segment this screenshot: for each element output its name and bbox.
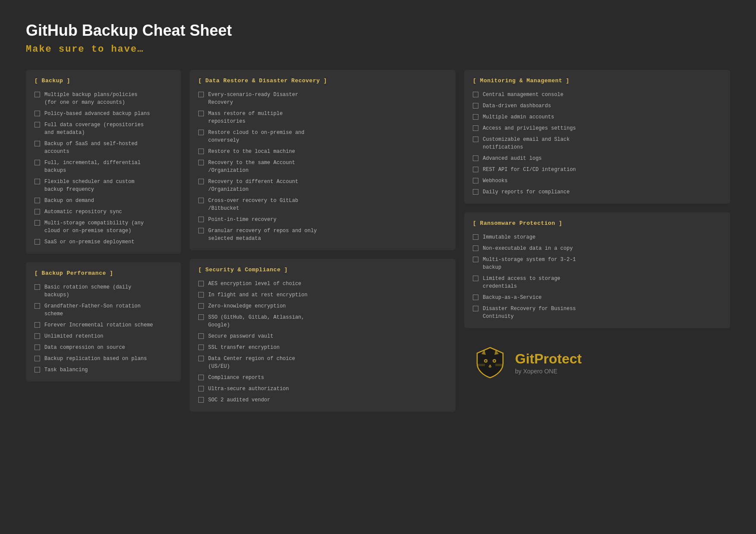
checkbox-icon[interactable] — [34, 111, 40, 116]
list-item: SSO (GitHub, GitLab, Atlassian, Google) — [198, 314, 447, 329]
checkbox-icon[interactable] — [198, 356, 204, 361]
checkbox-icon[interactable] — [473, 114, 478, 120]
checkbox-icon[interactable] — [34, 303, 40, 309]
checkbox-icon[interactable] — [34, 122, 40, 127]
checkbox-icon[interactable] — [34, 367, 40, 373]
checkbox-icon[interactable] — [473, 245, 478, 251]
checkbox-icon[interactable] — [473, 125, 478, 131]
list-item: Unlimited retention — [34, 332, 172, 340]
list-item-text: Multiple admin accounts — [483, 113, 554, 121]
list-item: Backup of SaaS and self-hosted accounts — [34, 140, 172, 155]
checkbox-icon[interactable] — [34, 345, 40, 350]
list-item-text: Multiple backup plans/policies (for one … — [44, 91, 137, 106]
checkbox-icon[interactable] — [473, 276, 478, 281]
checkbox-icon[interactable] — [198, 92, 204, 97]
checkbox-icon[interactable] — [198, 149, 204, 154]
checkbox-icon[interactable] — [34, 322, 40, 328]
checkbox-icon[interactable] — [473, 295, 478, 300]
list-item-text: Secure password vault — [208, 332, 273, 340]
checkbox-icon[interactable] — [473, 92, 478, 97]
checkbox-icon[interactable] — [473, 306, 478, 311]
checkbox-icon[interactable] — [473, 178, 478, 183]
checkbox-icon[interactable] — [34, 284, 40, 290]
checkbox-icon[interactable] — [34, 356, 40, 361]
list-item-text: Cross-over recovery to GitLab /Bitbucket — [208, 197, 298, 212]
checkbox-icon[interactable] — [473, 137, 478, 142]
checkbox-icon[interactable] — [34, 333, 40, 339]
list-item-text: Restore cloud to on-premise and converse… — [208, 129, 304, 144]
mid-column: [ Data Restore & Disaster Recovery ] Eve… — [190, 70, 456, 412]
list-item: Data compression on source — [34, 344, 172, 351]
list-item: Every-scenario-ready Disaster Recovery — [198, 91, 447, 106]
brand-logo-icon — [473, 345, 507, 380]
checkbox-icon[interactable] — [198, 292, 204, 298]
checkbox-icon[interactable] — [34, 141, 40, 146]
checkbox-icon[interactable] — [473, 103, 478, 109]
checkbox-icon[interactable] — [34, 198, 40, 203]
checkbox-icon[interactable] — [198, 281, 204, 286]
checkbox-icon[interactable] — [198, 160, 204, 165]
monitoring-card-title: [ Monitoring & Management ] — [473, 78, 722, 84]
list-item: Flexible scheduler and custom backup fre… — [34, 178, 172, 193]
list-item: Ultra-secure authorization — [198, 385, 447, 393]
checkbox-icon[interactable] — [34, 179, 40, 184]
list-item-text: Central management console — [483, 91, 563, 99]
checkbox-icon[interactable] — [198, 179, 204, 184]
list-item-text: Ultra-secure authorization — [208, 385, 289, 393]
list-item: Task balancing — [34, 366, 172, 374]
brand-name-prefix: Git — [515, 351, 534, 366]
backup-card: [ Backup ] Multiple backup plans/policie… — [26, 70, 181, 254]
security-card: [ Security & Compliance ] AES encryption… — [190, 259, 456, 412]
list-item: Recovery to different Account /Organizat… — [198, 178, 447, 193]
checkbox-icon[interactable] — [198, 217, 204, 222]
list-item: Disaster Recovery for Business Continuit… — [473, 305, 722, 320]
checkbox-icon[interactable] — [34, 92, 40, 97]
checkbox-icon[interactable] — [198, 228, 204, 233]
checkbox-icon[interactable] — [34, 160, 40, 165]
checkbox-icon[interactable] — [198, 303, 204, 309]
checkbox-icon[interactable] — [473, 189, 478, 195]
security-checklist: AES encryption level of choiceIn flight … — [198, 280, 447, 404]
checkbox-icon[interactable] — [198, 397, 204, 403]
checkbox-icon[interactable] — [198, 333, 204, 339]
list-item-text: Granular recovery of repos and only sele… — [208, 227, 317, 242]
list-item: Multiple admin accounts — [473, 113, 722, 121]
checkbox-icon[interactable] — [198, 386, 204, 391]
checkbox-icon[interactable] — [473, 234, 478, 240]
list-item-text: Customizable email and Slack notificatio… — [483, 136, 570, 151]
list-item: In flight and at rest encryption — [198, 291, 447, 299]
list-item-text: Immutable storage — [483, 233, 535, 241]
list-item-text: Point-in-time recovery — [208, 216, 276, 224]
checkbox-icon[interactable] — [473, 257, 478, 262]
list-item-text: Flexible scheduler and custom backup fre… — [44, 178, 134, 193]
checkbox-icon[interactable] — [34, 220, 40, 226]
checkbox-icon[interactable] — [34, 239, 40, 245]
checkbox-icon[interactable] — [473, 155, 478, 161]
list-item: Webhooks — [473, 177, 722, 185]
checkbox-icon[interactable] — [198, 111, 204, 116]
list-item-text: Automatic repository sync — [44, 208, 122, 216]
list-item: Limited access to storage credentials — [473, 275, 722, 290]
checkbox-icon[interactable] — [473, 167, 478, 172]
list-item-text: Data-driven dashboards — [483, 102, 551, 110]
list-item: Compliance reports — [198, 374, 447, 382]
brand-text: GitProtect by Xopero ONE — [515, 351, 582, 375]
brand-name: GitProtect — [515, 351, 582, 367]
list-item-text: SaaS or on-premise deployment — [44, 238, 134, 246]
list-item: Backup on demand — [34, 197, 172, 205]
list-item-text: Multi-storage system for 3-2-1 backup — [483, 256, 576, 271]
checkbox-icon[interactable] — [198, 198, 204, 203]
list-item-text: Backup-as-a-Service — [483, 294, 542, 301]
list-item: Data-driven dashboards — [473, 102, 722, 110]
data-restore-card-title: [ Data Restore & Disaster Recovery ] — [198, 78, 447, 84]
checkbox-icon[interactable] — [198, 130, 204, 135]
checkbox-icon[interactable] — [198, 345, 204, 350]
checkbox-icon[interactable] — [198, 314, 204, 320]
checkbox-icon[interactable] — [34, 209, 40, 214]
list-item: Non-executable data in a copy — [473, 245, 722, 252]
list-item-text: SOC 2 audited vendor — [208, 396, 270, 404]
list-item: Restore to the local machine — [198, 148, 447, 155]
checkbox-icon[interactable] — [198, 375, 204, 380]
backup-performance-card-title: [ Backup Performance ] — [34, 270, 172, 276]
list-item-text: Multi-storage compatibility (any cloud o… — [44, 219, 144, 235]
